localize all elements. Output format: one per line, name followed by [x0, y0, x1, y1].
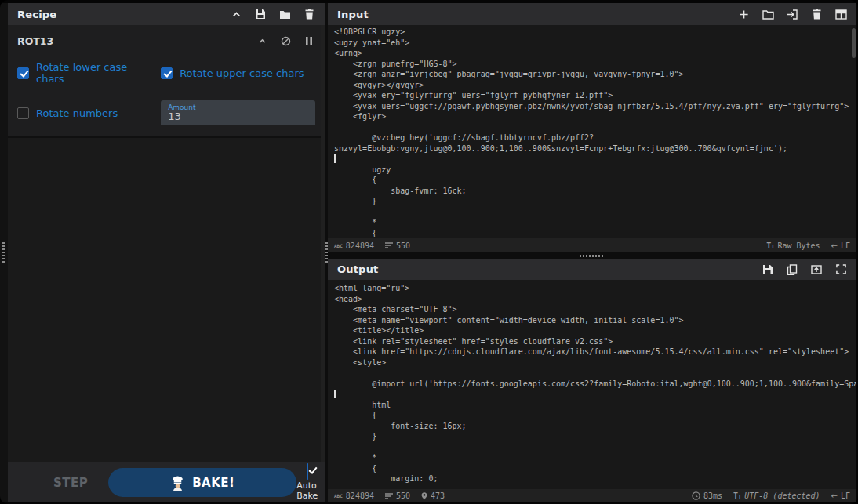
save-output-button[interactable] — [762, 263, 774, 276]
bake-time: 83ms — [692, 491, 722, 500]
replace-input-button[interactable] — [810, 263, 823, 276]
code-line: <meta charset="UTF-8"> — [334, 304, 856, 315]
bake-button[interactable]: BAKE! — [108, 468, 296, 497]
pause-icon — [305, 36, 313, 45]
code-line — [334, 389, 856, 400]
output-title: Output — [337, 263, 379, 275]
output-line-count: 550 — [385, 491, 410, 500]
sign-in-icon — [787, 9, 798, 20]
plus-icon — [739, 9, 749, 20]
code-line: <fglyr> — [334, 111, 856, 122]
code-line: @import url('https://fonts.googleapis.co… — [334, 379, 856, 390]
disable-operation-button[interactable] — [279, 34, 292, 47]
input-titlebar: Input — [328, 3, 856, 25]
trash-icon — [304, 9, 314, 20]
operation-rot13[interactable]: ROT13 — [8, 25, 325, 138]
arg-label: Rotate upper case chars — [180, 67, 304, 79]
code-line: } — [334, 196, 856, 207]
recipe-panel: Recipe ROT13 — [8, 3, 325, 502]
recipe-controls: STEP BAKE! Auto Bake — [8, 462, 325, 502]
code-line: <link rel="stylesheet" href="styles_clou… — [334, 336, 856, 347]
copy-output-button[interactable] — [786, 263, 798, 276]
text-cursor — [334, 390, 336, 398]
input-output-splitter[interactable] — [328, 252, 856, 259]
input-statusbar: ABC 824894 550 TT Raw Bytes ← LF — [328, 238, 856, 252]
code-line: sbag-fvmr: 16ck; — [334, 186, 856, 197]
input-eol-selector[interactable]: ← LF — [831, 241, 850, 250]
code-line — [334, 368, 856, 379]
recipe-list: ROT13 — [8, 25, 325, 462]
code-line: ugzy — [334, 165, 856, 176]
cyberchef-window: Recipe ROT13 — [0, 0, 858, 504]
output-eol-selector[interactable]: ← LF — [831, 491, 850, 500]
text-encoding-icon: TT — [766, 241, 774, 250]
folder-icon — [762, 9, 774, 20]
code-line: font-size: 16px; — [334, 421, 856, 432]
lines-icon — [385, 493, 393, 499]
load-recipe-button[interactable] — [278, 8, 291, 20]
chef-icon — [170, 475, 185, 491]
step-button[interactable]: STEP — [53, 476, 88, 490]
code-line: <zrgn anzr="ivrjcbeg" pbagrag="jvqgu=qri… — [334, 69, 856, 80]
code-line: <style> — [334, 357, 856, 368]
arg-rotate-upper-checkbox[interactable]: Rotate upper case chars — [161, 67, 315, 79]
clear-input-button[interactable] — [810, 8, 823, 20]
code-line: html — [334, 400, 856, 411]
save-icon — [762, 264, 773, 275]
expand-icon — [836, 264, 846, 274]
open-input-button[interactable] — [786, 8, 798, 20]
open-file-button[interactable] — [762, 8, 774, 20]
code-line: margin: 0; — [334, 473, 856, 484]
auto-bake-checkbox[interactable] — [307, 464, 308, 479]
output-char-count: ABC 824894 — [334, 491, 374, 500]
operation-header: ROT13 — [17, 31, 315, 50]
save-recipe-button[interactable] — [254, 8, 267, 20]
auto-bake-label: Auto Bake — [296, 480, 318, 501]
input-char-count: ABC 824894 — [334, 241, 374, 250]
collapse-operation-button[interactable] — [256, 34, 268, 47]
recipe-titlebar: Recipe — [8, 3, 325, 25]
output-statusbar: ABC 824894 550 473 83ms TT UTF-8 (detect… — [328, 489, 856, 502]
add-input-tab-button[interactable] — [737, 8, 750, 20]
output-encoding-selector[interactable]: TT UTF-8 (detected) — [733, 491, 820, 500]
input-encoding-selector[interactable]: TT Raw Bytes — [766, 241, 820, 250]
code-line: <yvax uers="uggcf://pqawf.pybhqsyner.pbz… — [334, 101, 856, 112]
checkbox-icon — [307, 463, 308, 480]
clear-recipe-button[interactable] — [303, 8, 315, 20]
output-cursor-position: 473 — [421, 491, 445, 500]
arg-rotate-numbers-checkbox[interactable]: Rotate numbers — [17, 107, 151, 119]
code-line — [334, 154, 856, 165]
code-line: <gvgyr></gvgyr> — [334, 80, 856, 91]
checkbox-icon — [17, 67, 29, 79]
breakpoint-operation-button[interactable] — [303, 34, 315, 47]
code-line: { — [334, 175, 856, 186]
input-settings-button[interactable] — [834, 8, 847, 20]
output-editor[interactable]: <html lang="ru"><head> <meta charset="UT… — [328, 280, 856, 489]
folder-icon — [279, 9, 291, 20]
code-line — [334, 122, 856, 133]
operations-splitter[interactable] — [0, 3, 8, 502]
text-encoding-icon: TT — [733, 491, 741, 500]
code-line — [334, 442, 856, 453]
checkbox-icon — [17, 107, 29, 119]
arg-label: Rotate lower case chars — [36, 61, 151, 85]
checkbox-icon — [161, 67, 173, 79]
input-title: Input — [337, 9, 369, 20]
code-line: } — [334, 431, 856, 442]
table-icon — [835, 9, 847, 20]
arg-label: Rotate numbers — [36, 107, 118, 119]
code-line: <!QBPGLCR ugzy> — [334, 27, 856, 38]
auto-bake-control: Auto Bake — [296, 464, 318, 501]
trash-icon — [812, 9, 822, 20]
amount-input[interactable]: Amount 13 — [161, 100, 315, 125]
arg-rotate-lower-checkbox[interactable]: Rotate lower case chars — [17, 61, 151, 85]
code-line: { — [334, 410, 856, 421]
amount-input-value: 13 — [168, 111, 308, 122]
code-line: <urnq> — [334, 48, 856, 59]
collapse-recipe-button[interactable] — [230, 8, 242, 20]
input-scrollbar-thumb[interactable] — [852, 28, 856, 58]
input-editor[interactable]: <!QBPGLCR ugzy><ugzy ynat="eh"><urnq> <z… — [328, 25, 856, 238]
operation-title: ROT13 — [17, 35, 53, 47]
maximize-output-button[interactable] — [834, 263, 847, 276]
copy-icon — [787, 264, 798, 275]
